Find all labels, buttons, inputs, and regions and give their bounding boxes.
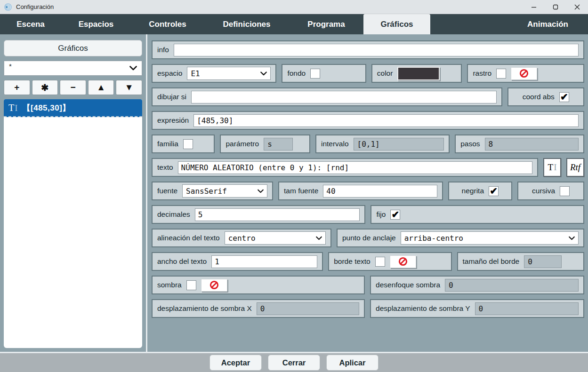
negrita-cell: negrita ✔ bbox=[448, 182, 513, 200]
list-toolbar: + ✱ − ▲ ▼ bbox=[4, 80, 142, 95]
sombra-checkbox[interactable] bbox=[186, 280, 196, 290]
negrita-label: negrita bbox=[462, 187, 484, 195]
tab-controles[interactable]: Controles bbox=[131, 14, 204, 34]
intervalo-cell: intervalo [0,1] bbox=[315, 135, 450, 153]
close-dialog-button[interactable]: Cerrar bbox=[268, 355, 320, 371]
decimales-cell: decimales bbox=[152, 205, 365, 224]
info-input[interactable] bbox=[174, 44, 579, 56]
decimales-label: decimales bbox=[157, 210, 190, 219]
fondo-label: fondo bbox=[287, 69, 306, 78]
expresion-label: expresión bbox=[157, 116, 189, 125]
tamano-borde-input: 0 bbox=[524, 255, 562, 268]
coord-abs-checkbox[interactable]: ✔ bbox=[559, 92, 569, 102]
texto-input[interactable] bbox=[178, 161, 532, 174]
fuente-select[interactable]: SansSerif bbox=[182, 184, 267, 198]
dibujar-si-cell: dibujar si bbox=[152, 87, 502, 106]
rastro-cell: rastro bbox=[467, 64, 584, 83]
add-graphic-button[interactable]: + bbox=[4, 80, 30, 95]
sombra-no-color-button[interactable] bbox=[201, 279, 227, 292]
list-item[interactable]: TI 【[485,30]】 bbox=[4, 99, 142, 117]
tab-graficos[interactable]: Gráficos bbox=[363, 14, 430, 34]
sombra-cell: sombra bbox=[152, 276, 365, 294]
borde-texto-cell: borde texto bbox=[328, 252, 451, 271]
tab-animacion[interactable]: Animación bbox=[523, 14, 588, 34]
tam-fuente-label: tam fuente bbox=[284, 187, 318, 195]
dibujar-si-label: dibujar si bbox=[157, 93, 186, 101]
chevron-down-icon bbox=[260, 71, 267, 76]
move-down-button[interactable]: ▼ bbox=[116, 80, 142, 95]
chevron-down-icon bbox=[258, 189, 264, 193]
move-up-button[interactable]: ▲ bbox=[88, 80, 114, 95]
espacio-select[interactable]: E1 bbox=[187, 67, 271, 80]
graphics-list: TI 【[485,30]】 bbox=[4, 99, 142, 348]
decimales-input[interactable] bbox=[195, 208, 360, 221]
despl-x-label: desplazamiento de sombra X bbox=[157, 304, 252, 313]
familia-label: familia bbox=[157, 140, 178, 148]
cursiva-checkbox[interactable] bbox=[560, 186, 570, 196]
text-cursor-icon: I bbox=[554, 162, 556, 173]
borde-texto-label: borde texto bbox=[334, 257, 371, 266]
color-swatch[interactable] bbox=[397, 67, 440, 80]
pasos-cell: pasos 8 bbox=[455, 135, 584, 153]
espacio-label: espacio bbox=[157, 69, 182, 78]
dialog-footer: Aceptar Cerrar Aplicar bbox=[0, 352, 588, 372]
panel-title-button[interactable]: Gráficos bbox=[4, 40, 142, 56]
tab-definiciones[interactable]: Definiciones bbox=[204, 14, 289, 34]
list-item-label: 【[485,30]】 bbox=[23, 103, 71, 113]
intervalo-label: intervalo bbox=[321, 140, 349, 148]
pasos-label: pasos bbox=[460, 140, 480, 148]
ancho-texto-input[interactable] bbox=[211, 255, 317, 268]
familia-checkbox[interactable] bbox=[183, 139, 193, 149]
rtf-editor-button[interactable]: Rtf bbox=[566, 158, 584, 177]
despl-y-label: desplazamiento de sombra Y bbox=[376, 304, 470, 313]
coord-abs-cell: coord abs ✔ bbox=[507, 87, 584, 106]
parametro-label: parámetro bbox=[226, 140, 259, 148]
borde-texto-no-color-button[interactable] bbox=[390, 255, 416, 268]
tam-fuente-input[interactable] bbox=[323, 185, 437, 198]
pasos-input: 8 bbox=[485, 138, 579, 150]
color-cell: color bbox=[371, 64, 462, 83]
alineacion-select[interactable]: centro bbox=[225, 231, 326, 245]
tab-escena[interactable]: Escena bbox=[0, 14, 61, 34]
text-object-icon: TI bbox=[8, 103, 18, 113]
apply-button[interactable]: Aplicar bbox=[326, 355, 379, 371]
no-symbol-icon bbox=[519, 69, 529, 78]
plain-text-editor-button[interactable]: TI bbox=[543, 158, 561, 177]
alineacion-label: alineación del texto bbox=[157, 234, 220, 242]
fijo-cell: fijo ✔ bbox=[371, 205, 584, 224]
info-label: info bbox=[157, 46, 169, 54]
texto-cell: texto bbox=[152, 158, 538, 177]
tab-espacios[interactable]: Espacios bbox=[61, 14, 131, 34]
close-button[interactable] bbox=[566, 0, 588, 14]
accept-button[interactable]: Aceptar bbox=[209, 355, 262, 371]
negrita-checkbox[interactable]: ✔ bbox=[489, 186, 499, 196]
expresion-input[interactable] bbox=[193, 114, 579, 127]
no-symbol-icon bbox=[209, 280, 219, 290]
dibujar-si-input[interactable] bbox=[191, 91, 497, 103]
rastro-label: rastro bbox=[473, 69, 491, 78]
parametro-cell: parámetro s bbox=[220, 135, 310, 153]
tab-bar: Escena Espacios Controles Definiciones P… bbox=[0, 14, 588, 34]
anclaje-select[interactable]: arriba-centro bbox=[401, 231, 579, 245]
tamano-borde-cell: tamaño del borde 0 bbox=[457, 252, 585, 271]
fuente-label: fuente bbox=[157, 187, 177, 195]
tam-fuente-cell: tam fuente bbox=[278, 182, 443, 200]
maximize-button[interactable] bbox=[545, 0, 566, 14]
window-title: Configuración bbox=[16, 3, 523, 10]
duplicate-graphic-button[interactable]: ✱ bbox=[32, 80, 58, 95]
rastro-no-color-button[interactable] bbox=[511, 67, 537, 80]
remove-graphic-button[interactable]: − bbox=[60, 80, 86, 95]
graphics-filter-select[interactable]: * bbox=[4, 61, 142, 76]
borde-texto-checkbox[interactable] bbox=[375, 257, 385, 267]
minimize-button[interactable] bbox=[523, 0, 545, 14]
filter-value: * bbox=[9, 64, 12, 69]
rastro-checkbox[interactable] bbox=[496, 69, 506, 79]
cursiva-cell: cursiva bbox=[517, 182, 584, 200]
tab-programa[interactable]: Programa bbox=[289, 14, 363, 34]
fijo-checkbox[interactable]: ✔ bbox=[390, 210, 400, 220]
desenfoque-input: 0 bbox=[445, 279, 579, 292]
graphics-list-panel: Gráficos * + ✱ − ▲ ▼ TI 【[485,30]】 bbox=[0, 34, 147, 352]
fondo-checkbox[interactable] bbox=[310, 69, 320, 79]
sombra-label: sombra bbox=[157, 281, 182, 289]
ancho-texto-label: ancho del texto bbox=[157, 257, 207, 266]
